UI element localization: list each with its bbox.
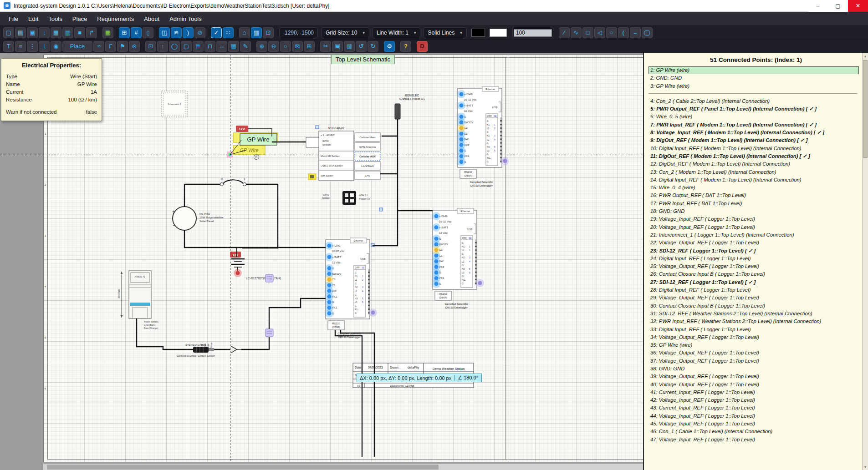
blue-connection-dot[interactable] [327,294,332,298]
connected-point-item[interactable]: 1: GP Wire (wire) [648,66,859,74]
dimension-tool-button[interactable]: ↔ [216,41,227,52]
ntc-modem[interactable]: NTC-140-02 + 6 - 40VDC GPIO Ignition Mic… [306,126,380,181]
cr310-datalogger[interactable]: Ethernet+ CHG16-32 Vdc+ BATT12 VdcGSW12V… [457,86,509,187]
wavy-wire-button[interactable]: ≈ [93,41,104,52]
connected-point-item[interactable]: 16: PWR Output_REF ( BAT 1::Top Level) [648,192,859,199]
blue-connection-dot[interactable] [460,92,464,96]
connected-point-item[interactable]: 19: Voltage_Input_REF ( Logger 1::Top Le… [648,215,859,223]
zoom-extents-button[interactable]: ⊞ [304,41,315,52]
align-text-button[interactable]: ≡ [15,41,26,52]
draw-curve-button[interactable]: ⌣ [630,27,641,38]
blue-connection-dot[interactable] [327,300,332,304]
layers-button[interactable]: ≋ [171,27,182,38]
antenna-view-button[interactable]: ⌂ [239,27,250,38]
zoom-fit-button[interactable]: ⊠ [292,41,303,52]
zoom-level-input[interactable] [514,29,552,37]
checklist-button[interactable]: ⊡ [263,27,274,38]
menu-item[interactable]: Tools [43,12,67,25]
blue-connection-dot[interactable] [434,265,439,269]
blue-connection-dot[interactable] [434,253,439,258]
grid-toggle-button[interactable]: # [131,27,142,38]
calendar-button[interactable]: ▦ [228,41,239,52]
purple-connection-dot[interactable] [503,159,507,163]
connected-point-item[interactable]: 33: Digital Input_REF ( Logger 1::Top Le… [648,326,859,334]
connected-point-item[interactable]: 3: GP Wire (wire) [648,82,859,90]
connected-point-item[interactable]: 35: GP Wire (wire) [648,341,859,349]
wire-node-1[interactable] [243,183,246,186]
connected-point-item[interactable]: 46: Con_1 ( Cable 1::Top Level) (Interna… [648,428,859,435]
connected-point-item[interactable]: 25: Voltage_Output_REF ( Logger 1::Top L… [648,263,859,270]
zone-select-button[interactable]: ∷ [223,27,234,38]
print-button[interactable]: ▦ [51,27,61,38]
connected-point-item[interactable]: 38: GND: GND [648,365,859,373]
no-connect-button[interactable]: ⊗ [129,41,140,52]
connected-point-item[interactable]: 20: Voltage_Input_REF ( Logger 1::Top Le… [648,223,859,231]
print-preview-button[interactable]: ▥ [62,27,73,38]
wire[interactable] [335,330,362,457]
menu-item[interactable]: Admin Tools [164,12,207,25]
blue-connection-dot[interactable] [460,131,464,136]
cr310-datalogger[interactable]: Ethernet+ CHG16-32 Vdc+ BATT12 VdcGSW12V… [432,208,484,309]
blue-connection-dot[interactable] [434,259,439,263]
blue-connection-dot[interactable] [434,271,439,275]
save-button[interactable]: ▣ [27,27,38,38]
close-button[interactable]: ✕ [848,0,868,12]
blue-connection-dot[interactable] [434,243,439,247]
draw-polyline-button[interactable]: ∿ [571,27,582,38]
menu-item[interactable]: Place [67,12,92,25]
connected-point-item[interactable]: 17: PWR Input_REF ( BAT 1::Top Level) [648,200,859,207]
connected-point-item[interactable]: 18: GND: GND [648,207,859,215]
vertical-scrollbar-thumb[interactable] [863,60,868,158]
blue-connection-dot[interactable] [327,272,332,276]
purple-connection-dot[interactable] [371,311,375,315]
region-select-button[interactable]: ⊡ [145,41,156,52]
connected-point-item[interactable]: 10: Digital Input_REF ( Modem 1::Top Lev… [648,145,859,152]
draw-arc-button[interactable]: ( [618,27,629,38]
oval-tool-button[interactable]: ◯ [169,41,180,52]
save-as-button[interactable]: ↓ [39,27,50,38]
fill-color-swatch[interactable] [490,29,507,37]
window-tool-button[interactable]: ⊓ [204,41,215,52]
blue-connection-dot[interactable] [460,143,464,147]
wire-node-0[interactable] [220,183,224,186]
line-style-select[interactable]: Solid Lines▾ [423,27,466,38]
ntc-ports[interactable]: Cellular Main GPS Antenna Cellular AUX L… [355,133,380,180]
blue-connection-dot[interactable] [327,283,332,287]
connected-point-item[interactable]: 39: Voltage_Output_REF ( Logger 1::Top L… [648,373,859,380]
connected-point-item[interactable]: 22: Voltage_Output_REF ( Logger 1::Top L… [648,239,859,247]
bullet-list-button[interactable]: ≣ [193,41,204,52]
select-mode-button[interactable]: ✓ [211,27,222,38]
grid-size-select[interactable]: Grid Size: 10▾ [321,27,369,38]
yellow-connection-dot[interactable] [460,126,464,130]
debug-button[interactable]: D [417,41,428,52]
sheet-title-label[interactable]: Top Level Schematic [331,55,395,64]
connected-point-item[interactable]: 40: Voltage_Output_REF ( Logger 1::Top L… [648,381,859,389]
cr310-datalogger[interactable]: Ethernet+ CHG16-32 Vdc+ BATT12 VdcGSW12V… [325,238,377,339]
draw-circle-button[interactable]: ○ [606,27,617,38]
solar-panel[interactable]: + − RS PRO 10W Polycrystalline Solar Pan… [172,207,224,230]
draw-polygon-button[interactable]: ◁ [594,27,605,38]
component-chip-button[interactable]: ▦ [102,27,113,38]
zoom-out-button[interactable]: ⊖ [268,41,279,52]
connected-point-item[interactable]: 30: Contact Closure Input B ( Logger 1::… [648,302,859,310]
open-file-button[interactable]: ▤ [15,27,26,38]
connected-point-item[interactable]: 4: Con_2 ( Cable 2::Top Level) (Internal… [648,97,859,105]
connected-point-item[interactable]: 24: Digital Input_REF ( Logger 1::Top Le… [648,255,859,263]
horizontal-scrollbar-thumb[interactable] [47,465,439,470]
schematic1-box[interactable]: Schematic 1 [162,91,187,117]
wire[interactable] [341,330,374,457]
scroll-up-arrow[interactable]: ▲ [863,53,868,59]
edit-tool-button[interactable]: ✎ [240,41,251,52]
connected-point-item[interactable]: 29: Voltage_Output_REF ( Logger 1::Top L… [648,294,859,302]
place-button[interactable]: Place [62,41,92,52]
settings-button[interactable]: ⚙ [384,41,395,52]
connected-point-item[interactable]: 43: Current_Input_REF ( Logger 1::Top Le… [648,404,859,412]
panel-view-button[interactable]: ◫ [159,27,170,38]
connected-point-item[interactable]: 6: Wire_0_5 (wire) [648,113,859,121]
wire[interactable] [242,184,278,248]
page-outline-button[interactable]: ▯ [143,27,153,38]
connected-point-item[interactable]: 34: Voltage_Output_REF ( Logger 1::Top L… [648,334,859,341]
connected-point-item[interactable]: 14: Digital Input_REF ( Modem 1::Top Lev… [648,176,859,184]
connected-point-item[interactable]: 5: PWR Output_REF ( Panel 1::Top Level) … [648,105,859,113]
connected-point-item[interactable]: 32: PWR Input_REF ( Weather Stations 2::… [648,318,859,325]
